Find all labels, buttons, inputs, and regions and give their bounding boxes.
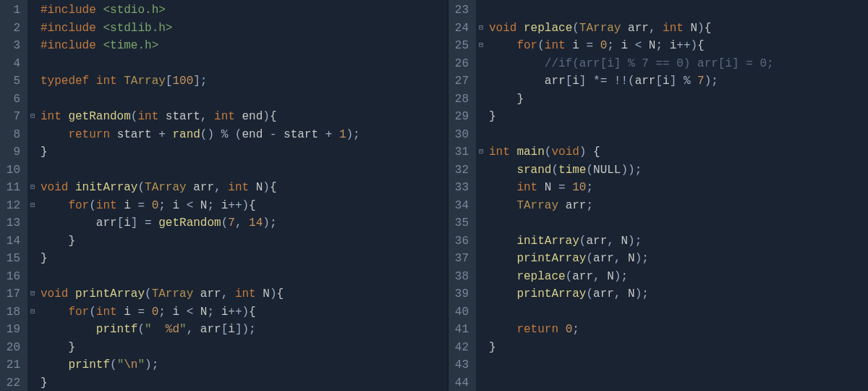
code-line[interactable]: for(int i = 0; i < N; i++){ bbox=[489, 37, 868, 55]
code-line[interactable] bbox=[489, 356, 868, 374]
fold-marker[interactable]: ⊟ bbox=[27, 179, 38, 197]
fold-column[interactable]: ⊟⊟⊟ bbox=[476, 0, 486, 391]
line-number[interactable]: 7 bbox=[6, 108, 20, 126]
line-number[interactable]: 32 bbox=[454, 161, 469, 180]
line-number[interactable]: 12 bbox=[6, 197, 20, 215]
code-line[interactable]: typedef int TArray[100]; bbox=[41, 72, 448, 91]
code-line[interactable]: #include <time.h> bbox=[41, 37, 448, 55]
fold-marker[interactable]: ⊟ bbox=[476, 143, 486, 161]
line-number[interactable]: 43 bbox=[454, 356, 469, 374]
line-number[interactable]: 8 bbox=[6, 126, 20, 144]
line-number[interactable]: 35 bbox=[454, 214, 469, 232]
line-number[interactable]: 33 bbox=[454, 179, 469, 197]
line-number[interactable]: 22 bbox=[6, 374, 20, 392]
line-number[interactable]: 1 bbox=[6, 1, 20, 20]
line-number[interactable]: 36 bbox=[454, 232, 469, 251]
line-number[interactable]: 44 bbox=[454, 374, 469, 392]
code-line[interactable] bbox=[489, 303, 868, 321]
code-line[interactable]: } bbox=[41, 339, 448, 357]
code-line[interactable]: int main(void) { bbox=[489, 143, 868, 161]
code-line[interactable]: TArray arr; bbox=[489, 197, 868, 215]
code-line[interactable]: void replace(TArray arr, int N){ bbox=[489, 20, 868, 38]
fold-column[interactable]: ⊟⊟⊟⊟⊟ bbox=[27, 0, 38, 391]
code-line[interactable] bbox=[41, 161, 448, 180]
code-line[interactable]: } bbox=[489, 108, 868, 126]
line-number[interactable]: 25 bbox=[454, 37, 469, 55]
code-line[interactable]: } bbox=[41, 374, 448, 392]
line-number[interactable]: 18 bbox=[6, 303, 20, 321]
code-line[interactable]: //if(arr[i] % 7 == 0) arr[i] = 0; bbox=[489, 55, 868, 73]
code-line[interactable]: } bbox=[489, 339, 868, 357]
code-line[interactable]: void printArray(TArray arr, int N){ bbox=[41, 285, 448, 303]
fold-marker[interactable]: ⊟ bbox=[27, 285, 38, 303]
line-number-gutter[interactable]: 2324252627282930313233343536373839404142… bbox=[448, 0, 476, 391]
line-number[interactable]: 21 bbox=[6, 356, 20, 374]
line-number[interactable]: 16 bbox=[6, 268, 20, 286]
fold-marker[interactable]: ⊟ bbox=[27, 197, 38, 215]
code-line[interactable]: for(int i = 0; i < N; i++){ bbox=[41, 303, 448, 321]
code-line[interactable]: int getRandom(int start, int end){ bbox=[41, 108, 448, 126]
line-number-gutter[interactable]: 12345678910111213141516171819202122 bbox=[0, 0, 27, 391]
line-number[interactable]: 3 bbox=[6, 37, 20, 55]
code-line[interactable]: } bbox=[489, 91, 868, 109]
code-line[interactable] bbox=[489, 1, 868, 20]
code-line[interactable]: for(int i = 0; i < N; i++){ bbox=[41, 197, 448, 215]
line-number[interactable]: 4 bbox=[6, 55, 20, 73]
line-number[interactable]: 5 bbox=[6, 72, 20, 91]
line-number[interactable]: 24 bbox=[454, 20, 469, 38]
line-number[interactable]: 37 bbox=[454, 250, 469, 268]
line-number[interactable]: 27 bbox=[454, 72, 469, 91]
code-line[interactable]: } bbox=[41, 232, 448, 251]
line-number[interactable]: 20 bbox=[6, 339, 20, 357]
code-line[interactable]: replace(arr, N); bbox=[489, 268, 868, 286]
line-number[interactable]: 11 bbox=[6, 179, 20, 197]
code-line[interactable]: printArray(arr, N); bbox=[489, 250, 868, 268]
code-line[interactable]: } bbox=[41, 143, 448, 161]
line-number[interactable]: 41 bbox=[454, 321, 469, 339]
fold-marker[interactable]: ⊟ bbox=[476, 20, 486, 38]
line-number[interactable]: 6 bbox=[6, 91, 20, 109]
line-number[interactable]: 39 bbox=[454, 285, 469, 303]
code-line[interactable]: printf("\n"); bbox=[41, 356, 448, 374]
code-line[interactable]: void initArray(TArray arr, int N){ bbox=[41, 179, 448, 197]
code-line[interactable]: } bbox=[41, 250, 448, 268]
line-number[interactable]: 9 bbox=[6, 143, 20, 161]
line-number[interactable]: 19 bbox=[6, 321, 20, 339]
line-number[interactable]: 34 bbox=[454, 197, 469, 215]
code-line[interactable] bbox=[489, 214, 868, 232]
code-area[interactable]: #include <stdio.h>#include <stdlib.h>#in… bbox=[38, 0, 448, 391]
code-line[interactable]: int N = 10; bbox=[489, 179, 868, 197]
fold-marker[interactable]: ⊟ bbox=[476, 37, 486, 55]
line-number[interactable]: 13 bbox=[6, 214, 20, 232]
line-number[interactable]: 23 bbox=[454, 1, 469, 20]
code-line[interactable] bbox=[489, 126, 868, 144]
code-line[interactable]: printArray(arr, N); bbox=[489, 285, 868, 303]
code-line[interactable] bbox=[41, 268, 448, 286]
line-number[interactable]: 26 bbox=[454, 55, 469, 73]
code-line[interactable]: arr[i] = getRandom(7, 14); bbox=[41, 214, 448, 232]
line-number[interactable]: 42 bbox=[454, 339, 469, 357]
line-number[interactable]: 40 bbox=[454, 303, 469, 321]
code-line[interactable]: #include <stdio.h> bbox=[41, 1, 448, 20]
code-line[interactable]: arr[i] *= !!(arr[i] % 7); bbox=[489, 72, 868, 91]
code-line[interactable]: printf(" %d", arr[i]); bbox=[41, 321, 448, 339]
code-line[interactable] bbox=[41, 55, 448, 73]
code-line[interactable] bbox=[489, 374, 868, 392]
line-number[interactable]: 29 bbox=[454, 108, 469, 126]
line-number[interactable]: 31 bbox=[454, 143, 469, 161]
line-number[interactable]: 2 bbox=[6, 20, 20, 38]
line-number[interactable]: 10 bbox=[6, 161, 20, 180]
line-number[interactable]: 30 bbox=[454, 126, 469, 144]
line-number[interactable]: 28 bbox=[454, 91, 469, 109]
line-number[interactable]: 14 bbox=[6, 232, 20, 251]
code-area[interactable]: void replace(TArray arr, int N){ for(int… bbox=[486, 0, 868, 391]
code-line[interactable]: return 0; bbox=[489, 321, 868, 339]
code-line[interactable] bbox=[41, 91, 448, 109]
fold-marker[interactable]: ⊟ bbox=[27, 108, 38, 126]
code-line[interactable]: srand(time(NULL)); bbox=[489, 161, 868, 180]
line-number[interactable]: 15 bbox=[6, 250, 20, 268]
code-line[interactable]: #include <stdlib.h> bbox=[41, 20, 448, 38]
code-line[interactable]: initArray(arr, N); bbox=[489, 232, 868, 251]
fold-marker[interactable]: ⊟ bbox=[27, 303, 38, 321]
line-number[interactable]: 38 bbox=[454, 268, 469, 286]
